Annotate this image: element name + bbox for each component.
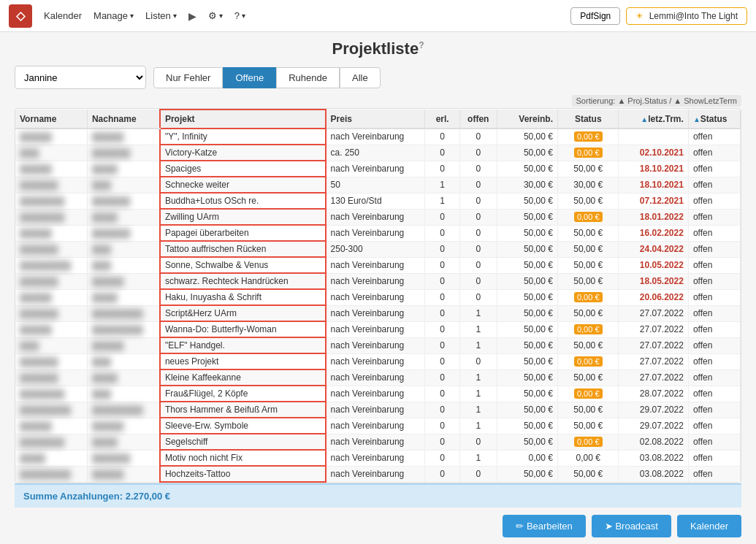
- cell-nachname: ▓▓▓▓▓▓▓▓: [87, 321, 160, 337]
- cell-status: 50,00 €: [557, 369, 618, 386]
- th-offen[interactable]: offen: [460, 110, 497, 129]
- brand-logo[interactable]: [9, 4, 32, 28]
- cell-vorname: ▓▓▓▓▓: [15, 129, 87, 145]
- nav-listen[interactable]: Listen: [145, 10, 177, 21]
- cell-statusr: offen: [688, 337, 740, 353]
- cell-nachname: ▓▓▓: [87, 386, 160, 402]
- table-row: ▓▓▓▓▓▓ ▓▓▓▓▓ schwarz. Rechteck Handrücke…: [15, 273, 741, 289]
- table-row: ▓▓▓ ▓▓▓▓▓ "ELF" Handgel. nach Vereinbaru…: [15, 337, 741, 353]
- page-content: Projektliste? Jannine Nur Fehler Offene …: [0, 32, 756, 544]
- tab-offene[interactable]: Offene: [223, 67, 276, 88]
- cell-vorname: ▓▓▓▓▓▓: [15, 241, 87, 257]
- th-status[interactable]: Status: [557, 110, 618, 129]
- cell-status: 0,00 €: [557, 129, 618, 145]
- cell-letzterm: 27.07.2022: [619, 337, 688, 353]
- status-value: 50,00 €: [573, 228, 603, 238]
- cell-vorname: ▓▓▓▓▓▓▓: [15, 193, 87, 209]
- cell-preis: nach Vereinbarung: [326, 273, 425, 289]
- cell-offen: 1: [460, 418, 497, 434]
- cell-statusr: offen: [688, 386, 740, 402]
- cell-nachname: ▓▓▓: [87, 241, 160, 257]
- table-row: ▓▓▓▓▓ ▓▓▓▓ Haku, Inuyasha & Schrift nach…: [15, 289, 741, 305]
- cell-statusr: offen: [688, 273, 740, 289]
- nav-manage[interactable]: Manage: [93, 10, 134, 21]
- nav-kalender[interactable]: Kalender: [44, 10, 82, 21]
- nav-send-icon[interactable]: ▶: [188, 10, 196, 22]
- cell-preis: nach Vereinbarung: [326, 129, 425, 145]
- table-row: ▓▓▓▓▓▓ ▓▓▓ Tattoo auffrischen Rücken 250…: [15, 241, 741, 257]
- cell-nachname: ▓▓▓▓▓: [87, 466, 160, 482]
- bearbeiten-button[interactable]: ✏ Bearbeiten: [503, 515, 586, 537]
- status-value: 50,00 €: [573, 405, 603, 415]
- nav-settings[interactable]: ⚙: [208, 10, 223, 21]
- cell-nachname: ▓▓▓▓▓: [87, 129, 160, 145]
- cell-offen: 1: [460, 337, 497, 353]
- cell-erl: 0: [425, 418, 460, 434]
- table-row: ▓▓▓▓▓ ▓▓▓▓▓▓ Papagei überarbeiten nach V…: [15, 225, 741, 241]
- cell-statusr: offen: [688, 305, 740, 321]
- th-statusr[interactable]: ▲Status: [688, 110, 740, 129]
- cell-offen: 0: [460, 193, 497, 209]
- cell-letzterm: 24.04.2022: [619, 241, 688, 257]
- cell-offen: 0: [460, 466, 497, 482]
- th-vereinb[interactable]: Vereinb.: [497, 110, 557, 129]
- cell-statusr: offen: [688, 418, 740, 434]
- pdfsign-button[interactable]: PdfSign: [570, 7, 620, 25]
- status-badge: 0,00 €: [574, 388, 603, 399]
- projects-table: Vorname Nachname Projekt Preis erl. offe…: [15, 109, 741, 483]
- cell-offen: 0: [460, 434, 497, 450]
- cell-vorname: ▓▓▓▓▓▓▓: [15, 209, 87, 225]
- tab-nur-fehler[interactable]: Nur Fehler: [153, 67, 223, 88]
- cell-letzterm: 02.10.2021: [619, 145, 688, 161]
- cell-vorname: ▓▓▓▓▓: [15, 225, 87, 241]
- tab-ruhende[interactable]: Ruhende: [276, 67, 340, 88]
- cell-offen: 1: [460, 450, 497, 466]
- cell-statusr: offen: [688, 193, 740, 209]
- table-row: ▓▓▓▓▓▓▓ ▓▓▓ Frau&Flügel, 2 Köpfe nach Ve…: [15, 386, 741, 402]
- th-preis[interactable]: Preis: [326, 110, 425, 129]
- cell-nachname: ▓▓▓▓: [87, 161, 160, 177]
- cell-letzterm: 18.05.2022: [619, 273, 688, 289]
- cell-nachname: ▓▓▓: [87, 257, 160, 273]
- cell-preis: nach Vereinbarung: [326, 353, 425, 369]
- cell-letzterm: 29.07.2022: [619, 418, 688, 434]
- cell-status: 50,00 €: [557, 337, 618, 353]
- cell-statusr: offen: [688, 402, 740, 418]
- cell-vereinb: 50,00 €: [497, 418, 557, 434]
- cell-vorname: ▓▓▓▓: [15, 450, 87, 466]
- cell-nachname: ▓▓▓▓▓: [87, 273, 160, 289]
- th-nachname[interactable]: Nachname: [87, 110, 160, 129]
- cell-offen: 0: [460, 161, 497, 177]
- cell-statusr: offen: [688, 225, 740, 241]
- cell-status: 50,00 €: [557, 273, 618, 289]
- table-row: ▓▓▓▓▓▓ ▓▓▓ neues Projekt nach Vereinbaru…: [15, 353, 741, 369]
- user-dropdown[interactable]: Jannine: [15, 66, 146, 89]
- broadcast-button[interactable]: ➤ Broadcast: [592, 515, 671, 537]
- cell-nachname: ▓▓▓▓: [87, 209, 160, 225]
- table-row: ▓▓▓▓▓ ▓▓▓▓▓ "Y", Infinity nach Vereinbar…: [15, 129, 741, 145]
- cell-projekt: Victory-Katze: [160, 145, 326, 161]
- cell-erl: 0: [425, 289, 460, 305]
- cell-projekt: Hochzeits-Tattoo: [160, 466, 326, 482]
- status-value: 50,00 €: [573, 260, 603, 270]
- cell-status: 50,00 €: [557, 402, 618, 418]
- th-vorname[interactable]: Vorname: [15, 110, 87, 129]
- user-button[interactable]: ☀ Lemmi@Into The Light: [626, 7, 747, 25]
- cell-nachname: ▓▓▓▓▓▓▓▓: [87, 305, 160, 321]
- cell-projekt: Buddha+Lotus OSch re.: [160, 193, 326, 209]
- cell-letzterm: 18.01.2022: [619, 209, 688, 225]
- cell-status: 50,00 €: [557, 241, 618, 257]
- cell-vereinb: 50,00 €: [497, 369, 557, 386]
- cell-vereinb: 50,00 €: [497, 321, 557, 337]
- cell-projekt: Kleine Kaffeekanne: [160, 369, 326, 386]
- cell-preis: nach Vereinbarung: [326, 466, 425, 482]
- th-letzterm[interactable]: ▲letz.Trm.: [619, 110, 688, 129]
- cell-preis: nach Vereinbarung: [326, 418, 425, 434]
- th-erl[interactable]: erl.: [425, 110, 460, 129]
- cell-preis: nach Vereinbarung: [326, 161, 425, 177]
- kalender-button[interactable]: Kalender: [677, 515, 741, 537]
- th-projekt[interactable]: Projekt: [160, 110, 326, 129]
- tab-alle[interactable]: Alle: [340, 67, 381, 88]
- status-badge: 0,00 €: [574, 148, 603, 158]
- nav-help[interactable]: ?: [234, 10, 245, 21]
